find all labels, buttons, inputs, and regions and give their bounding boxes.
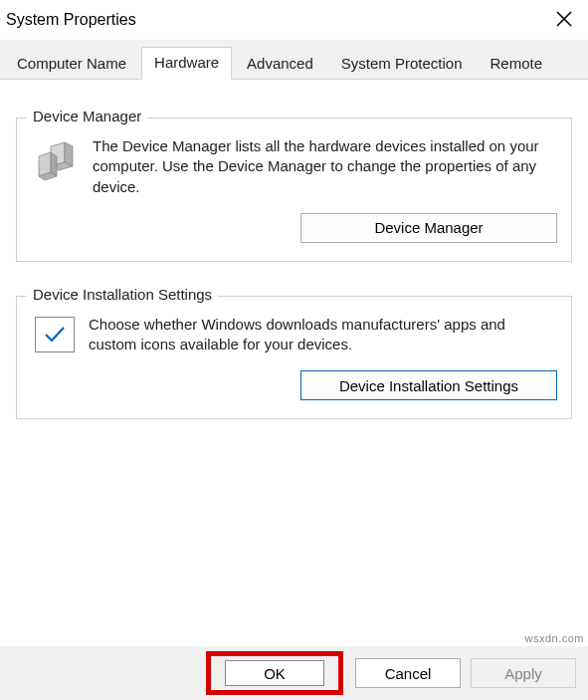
device-manager-desc: The Device Manager lists all the hardwar…: [93, 136, 557, 197]
tab-hardware[interactable]: Hardware: [141, 47, 232, 80]
device-manager-btnrow: Device Manager: [31, 213, 557, 243]
device-manager-legend: Device Manager: [27, 108, 147, 124]
device-manager-button[interactable]: Device Manager: [300, 213, 557, 243]
ok-button[interactable]: OK: [225, 660, 324, 686]
checkmark-icon: [35, 317, 75, 352]
close-icon: [556, 11, 572, 30]
window-title: System Properties: [6, 11, 136, 29]
device-manager-row: The Device Manager lists all the hardwar…: [31, 136, 557, 197]
dialog-footer: OK Cancel Apply: [0, 646, 588, 700]
install-settings-btnrow: Device Installation Settings: [31, 370, 557, 400]
install-settings-group: Device Installation Settings Choose whet…: [16, 296, 572, 420]
tab-computer-name[interactable]: Computer Name: [4, 48, 139, 80]
system-properties-window: System Properties Computer Name Hardware…: [0, 0, 588, 700]
install-settings-row: Choose whether Windows downloads manufac…: [31, 315, 557, 355]
install-settings-desc: Choose whether Windows downloads manufac…: [89, 315, 557, 355]
close-button[interactable]: [548, 4, 580, 36]
cancel-button[interactable]: Cancel: [355, 658, 461, 688]
tab-remote[interactable]: Remote: [478, 48, 556, 80]
device-installation-settings-button[interactable]: Device Installation Settings: [300, 370, 557, 400]
tabstrip: Computer Name Hardware Advanced System P…: [0, 40, 588, 80]
titlebar: System Properties: [0, 0, 588, 40]
watermark: wsxdn.com: [524, 632, 584, 644]
apply-button[interactable]: Apply: [471, 658, 576, 688]
device-manager-icon: [35, 138, 79, 180]
ok-highlight: OK: [206, 651, 343, 695]
tab-advanced[interactable]: Advanced: [234, 48, 326, 80]
install-settings-legend: Device Installation Settings: [27, 286, 218, 303]
tab-system-protection[interactable]: System Protection: [328, 48, 476, 80]
device-manager-group: Device Manager The Device Manager lists …: [16, 117, 572, 262]
tab-content: Device Manager The Device Manager lists …: [0, 80, 588, 700]
